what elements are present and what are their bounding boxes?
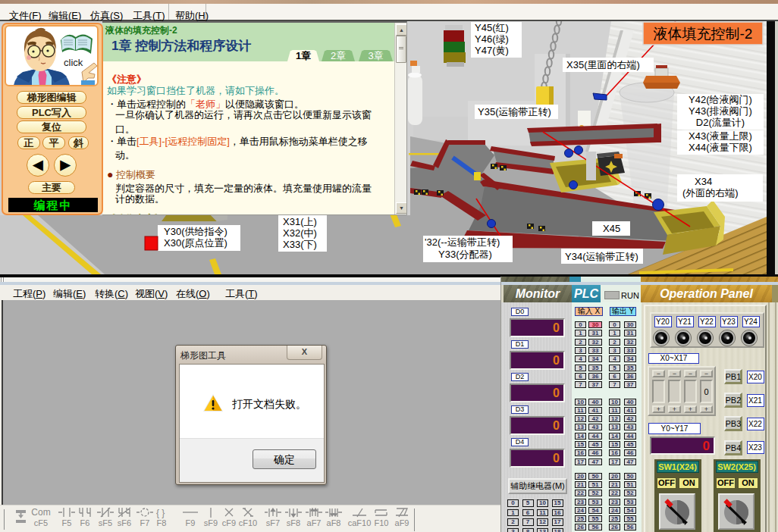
svg-text:液体填充控制-2: 液体填充控制-2: [654, 26, 753, 42]
svg-text:X33(下): X33(下): [283, 239, 317, 250]
svg-text:Y34(运输带正转): Y34(运输带正转): [565, 251, 638, 262]
svg-text:X44(液量下限): X44(液量下限): [689, 142, 752, 153]
svg-text:X34: X34: [695, 176, 712, 187]
svg-text:X32(中): X32(中): [283, 227, 317, 239]
svg-text:X43(液量上限): X43(液量上限): [689, 130, 752, 142]
svg-text:X31(上): X31(上): [283, 216, 317, 227]
svg-text:Y30(供给指令): Y30(供给指令): [164, 226, 227, 237]
svg-text:X45: X45: [603, 223, 620, 234]
svg-text:D2(流量计): D2(流量计): [696, 117, 745, 128]
svg-text:(外面的右端): (外面的右端): [682, 187, 739, 199]
svg-text:Y33(分配器): Y33(分配器): [438, 249, 492, 260]
svg-text:Y45(红): Y45(红): [475, 22, 509, 33]
svg-text:Y47(黄): Y47(黄): [475, 45, 509, 56]
svg-text:Y35(运输带正转): Y35(运输带正转): [478, 106, 551, 117]
svg-text:Y42(给液阀门): Y42(给液阀门): [689, 94, 752, 105]
svg-text:X30(原点位置): X30(原点位置): [164, 237, 227, 249]
svg-text:Y46(绿): Y46(绿): [475, 33, 509, 45]
svg-text:{ }: { }: [156, 508, 165, 518]
svg-text:X35(里面的右端): X35(里面的右端): [566, 59, 640, 70]
svg-text:click: click: [64, 57, 83, 68]
svg-text:'32(--运输带正转): '32(--运输带正转): [425, 236, 500, 248]
svg-text:Y43(排液阀门): Y43(排液阀门): [689, 105, 752, 117]
